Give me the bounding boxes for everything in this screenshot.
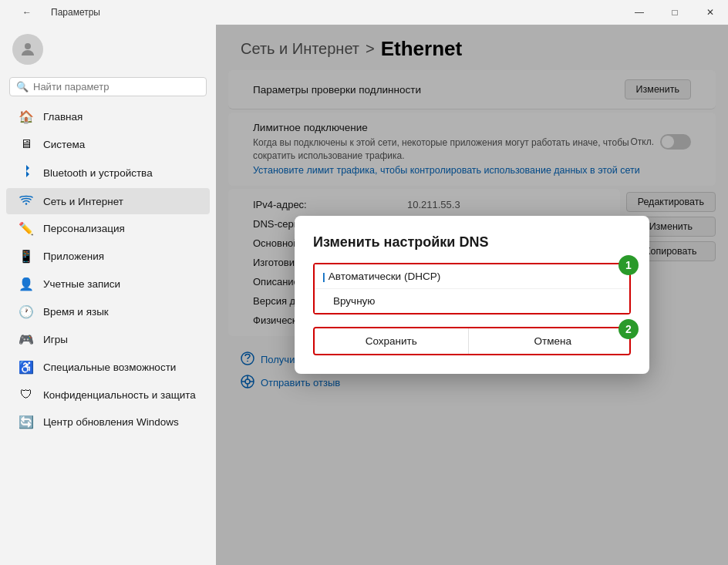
home-icon: 🏠 — [19, 109, 34, 124]
sidebar-profile — [0, 25, 216, 74]
svg-point-0 — [25, 43, 31, 49]
nav-list: 🏠 Главная 🖥 Система Bluetooth и устройст… — [0, 103, 216, 436]
sidebar-item-time[interactable]: 🕐 Время и язык — [6, 298, 210, 325]
sidebar-item-label: Сеть и Интернет — [43, 196, 123, 207]
app-body: 🔍 🏠 Главная 🖥 Система Bluetooth и устрой… — [0, 25, 728, 565]
personalization-icon: ✏️ — [19, 221, 34, 236]
search-input[interactable] — [33, 81, 200, 92]
maximize-button[interactable]: □ — [657, 0, 693, 25]
sidebar-item-update[interactable]: 🔄 Центр обновления Windows — [6, 409, 210, 436]
accessibility-icon: ♿ — [19, 360, 34, 375]
close-button[interactable]: ✕ — [693, 0, 728, 25]
privacy-icon: 🛡 — [19, 388, 34, 402]
time-icon: 🕐 — [19, 304, 34, 319]
avatar — [12, 34, 43, 65]
modal-dropdown-container: Автоматически (DHCP) Вручную 1 — [313, 263, 631, 314]
search-box[interactable]: 🔍 — [9, 77, 207, 96]
modal-dropdown[interactable]: Автоматически (DHCP) Вручную — [313, 263, 631, 314]
modal-footer-container: Сохранить Отмена 2 — [313, 327, 631, 355]
svg-point-1 — [25, 203, 27, 204]
modal-footer: Сохранить Отмена — [313, 327, 631, 355]
sidebar-item-label: Центр обновления Windows — [43, 416, 179, 428]
main-content: Сеть и Интернет > Ethernet Параметры про… — [216, 25, 728, 565]
dns-modal: Изменить настройки DNS Автоматически (DH… — [295, 216, 649, 374]
sidebar: 🔍 🏠 Главная 🖥 Система Bluetooth и устрой… — [0, 25, 216, 565]
sidebar-item-accounts[interactable]: 👤 Учетные записи — [6, 271, 210, 298]
games-icon: 🎮 — [19, 332, 34, 347]
sidebar-item-home[interactable]: 🏠 Главная — [6, 103, 210, 130]
accounts-icon: 👤 — [19, 277, 34, 291]
update-icon: 🔄 — [19, 415, 34, 429]
sidebar-item-label: Главная — [43, 111, 83, 123]
sidebar-item-accessibility[interactable]: ♿ Специальные возможности — [6, 354, 210, 381]
sidebar-item-label: Bluetooth и устройства — [43, 167, 153, 179]
apps-icon: 📱 — [19, 249, 34, 264]
sidebar-item-label: Время и язык — [43, 306, 109, 318]
sidebar-item-network[interactable]: Сеть и Интернет — [6, 188, 210, 214]
sidebar-item-bluetooth[interactable]: Bluetooth и устройства — [6, 158, 210, 187]
sidebar-item-system[interactable]: 🖥 Система — [6, 131, 210, 157]
modal-overlay: Изменить настройки DNS Автоматически (DH… — [216, 25, 728, 565]
modal-selected-option[interactable]: Автоматически (DHCP) — [315, 264, 629, 288]
modal-badge-1: 1 — [618, 255, 639, 275]
modal-option-manual[interactable]: Вручную — [315, 288, 629, 313]
sidebar-item-label: Учетные записи — [43, 278, 120, 290]
modal-badge-2: 2 — [618, 319, 639, 339]
system-icon: 🖥 — [19, 137, 34, 151]
sidebar-item-label: Специальные возможности — [43, 362, 176, 373]
back-button[interactable]: ← — [9, 0, 45, 25]
modal-title: Изменить настройки DNS — [313, 234, 631, 251]
sidebar-item-apps[interactable]: 📱 Приложения — [6, 243, 210, 270]
sidebar-item-label: Система — [43, 139, 85, 150]
sidebar-item-label: Персонализация — [43, 223, 125, 234]
bluetooth-icon — [19, 164, 34, 181]
sidebar-item-label: Игры — [43, 334, 68, 345]
sidebar-item-privacy[interactable]: 🛡 Конфиденциальность и защита — [6, 382, 210, 408]
network-icon — [19, 194, 34, 208]
sidebar-item-label: Конфиденциальность и защита — [43, 389, 196, 401]
minimize-button[interactable]: — — [622, 0, 657, 25]
search-icon: 🔍 — [16, 81, 29, 92]
titlebar: ← Параметры — □ ✕ — [0, 0, 728, 25]
sidebar-item-personalization[interactable]: ✏️ Персонализация — [6, 215, 210, 242]
titlebar-left: ← Параметры — [9, 0, 100, 25]
app-title: Параметры — [51, 7, 100, 18]
sidebar-item-games[interactable]: 🎮 Игры — [6, 326, 210, 353]
modal-cancel-button[interactable]: Отмена — [477, 328, 630, 354]
titlebar-controls: — □ ✕ — [622, 0, 728, 25]
sidebar-item-label: Приложения — [43, 251, 104, 262]
modal-save-button[interactable]: Сохранить — [315, 328, 469, 354]
